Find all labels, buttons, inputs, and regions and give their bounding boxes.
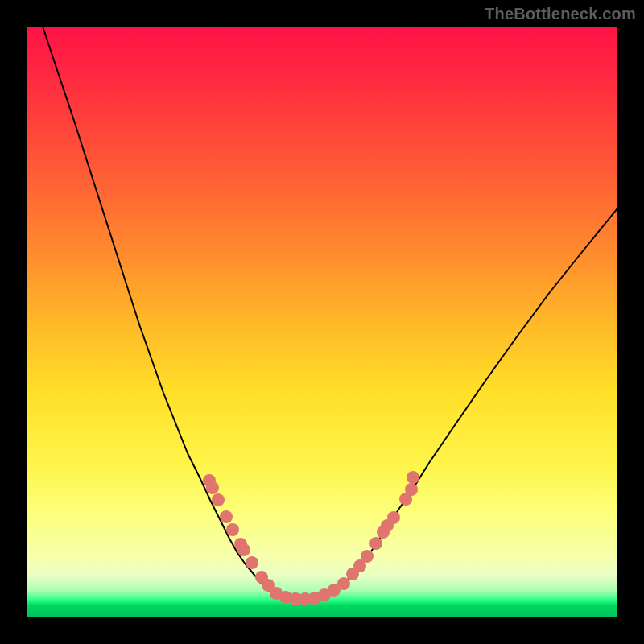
data-marker xyxy=(206,481,219,494)
data-marker xyxy=(337,577,350,590)
chart-stage: TheBottleneck.com xyxy=(0,0,644,644)
data-marker xyxy=(361,550,374,563)
data-marker xyxy=(407,471,419,484)
data-marker xyxy=(226,523,239,536)
data-marker xyxy=(387,511,400,524)
chart-svg xyxy=(27,27,617,617)
data-marker xyxy=(237,543,250,556)
watermark-text: TheBottleneck.com xyxy=(485,5,636,23)
data-marker xyxy=(405,483,418,496)
plot-area xyxy=(27,27,617,617)
data-marker xyxy=(369,537,382,550)
data-marker xyxy=(212,493,225,506)
markers-group xyxy=(203,471,419,605)
data-marker xyxy=(246,556,258,569)
curve-group xyxy=(43,27,617,600)
bottleneck-curve xyxy=(43,27,617,600)
data-marker xyxy=(220,510,233,523)
